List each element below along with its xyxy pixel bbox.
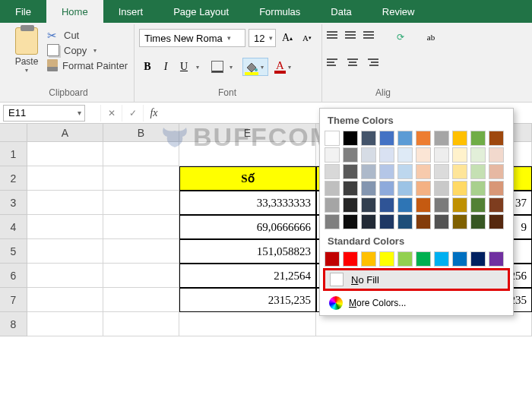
color-swatch[interactable] (489, 147, 504, 163)
color-swatch[interactable] (470, 251, 486, 267)
color-swatch[interactable] (379, 251, 394, 267)
color-swatch[interactable] (489, 131, 504, 146)
font-color-button[interactable]: A ▾ (273, 58, 295, 76)
row-header[interactable]: 1 (0, 142, 27, 166)
color-swatch[interactable] (397, 147, 413, 163)
enter-formula-button[interactable]: ✓ (122, 105, 143, 122)
color-swatch[interactable] (434, 251, 449, 267)
color-swatch[interactable] (361, 214, 376, 229)
fill-color-button[interactable]: ▾ (242, 58, 268, 76)
align-left-button[interactable] (327, 56, 342, 68)
font-name-combo[interactable]: Times New Roma ▾ (139, 29, 245, 47)
color-swatch[interactable] (343, 197, 358, 213)
color-swatch[interactable] (470, 164, 486, 179)
tab-insert[interactable]: Insert (103, 0, 159, 23)
orientation-button[interactable]: ⟳ (392, 29, 409, 46)
color-swatch[interactable] (452, 131, 467, 146)
color-swatch[interactable] (416, 197, 431, 213)
cell[interactable] (103, 215, 179, 239)
paste-button[interactable]: Paste ▾ (9, 24, 44, 74)
cell[interactable] (27, 264, 103, 288)
color-swatch[interactable] (325, 214, 340, 229)
bold-button[interactable]: B (139, 58, 156, 75)
tab-file[interactable]: File (0, 0, 46, 23)
color-swatch[interactable] (343, 251, 358, 267)
cell[interactable]: 2315,235 (179, 288, 316, 312)
color-swatch[interactable] (416, 251, 431, 267)
color-swatch[interactable] (379, 181, 394, 196)
cell[interactable] (27, 239, 103, 264)
row-header[interactable]: 4 (0, 215, 27, 239)
color-swatch[interactable] (489, 251, 504, 267)
cancel-formula-button[interactable]: ✕ (100, 105, 122, 122)
cut-button[interactable]: ✂ Cut (47, 29, 128, 41)
color-swatch[interactable] (470, 197, 486, 213)
color-swatch[interactable] (325, 251, 340, 267)
chevron-down-icon[interactable]: ▾ (194, 64, 201, 71)
cell[interactable] (27, 142, 103, 166)
color-swatch[interactable] (434, 197, 449, 213)
color-swatch[interactable] (416, 214, 431, 229)
underline-button[interactable]: U (176, 58, 192, 75)
tab-review[interactable]: Review (367, 0, 430, 23)
color-swatch[interactable] (434, 181, 449, 196)
color-swatch[interactable] (325, 197, 340, 213)
insert-function-button[interactable]: fx (143, 105, 164, 122)
color-swatch[interactable] (452, 251, 467, 267)
cell[interactable] (103, 288, 179, 312)
no-fill-button[interactable]: No Fill (323, 268, 510, 291)
cell[interactable] (103, 166, 179, 191)
cell[interactable]: 21,2564 (179, 264, 316, 288)
color-swatch[interactable] (470, 147, 486, 163)
cell[interactable] (27, 288, 103, 312)
color-swatch[interactable] (452, 181, 467, 196)
color-swatch[interactable] (361, 197, 376, 213)
cell[interactable] (27, 191, 103, 215)
color-swatch[interactable] (470, 131, 486, 146)
color-swatch[interactable] (489, 214, 504, 229)
cell[interactable] (103, 312, 179, 336)
color-swatch[interactable] (489, 164, 504, 179)
color-swatch[interactable] (325, 147, 340, 163)
align-middle-button[interactable] (345, 29, 360, 41)
color-swatch[interactable] (416, 164, 431, 179)
color-swatch[interactable] (343, 214, 358, 229)
color-swatch[interactable] (397, 181, 413, 196)
tab-page-layout[interactable]: Page Layout (158, 0, 244, 23)
row-header[interactable]: 6 (0, 264, 27, 288)
cell[interactable] (179, 142, 316, 166)
color-swatch[interactable] (397, 251, 413, 267)
align-top-button[interactable] (327, 29, 342, 41)
row-header[interactable]: 2 (0, 166, 27, 191)
color-swatch[interactable] (361, 147, 376, 163)
cell[interactable]: 69,0666666 (179, 215, 316, 239)
color-swatch[interactable] (379, 131, 394, 146)
cell[interactable] (103, 191, 179, 215)
italic-button[interactable]: I (157, 58, 174, 75)
color-swatch[interactable] (343, 131, 358, 146)
cell[interactable] (103, 239, 179, 264)
cell[interactable]: 151,058823 (179, 239, 316, 264)
color-swatch[interactable] (397, 214, 413, 229)
cell-header-so[interactable]: Số (179, 166, 316, 191)
cell[interactable] (179, 312, 316, 336)
cell[interactable]: 33,3333333 (179, 191, 316, 215)
align-right-button[interactable] (363, 56, 378, 68)
tab-data[interactable]: Data (315, 0, 366, 23)
color-swatch[interactable] (361, 251, 376, 267)
more-colors-button[interactable]: More Colors... (325, 292, 508, 314)
align-center-button[interactable] (345, 56, 360, 68)
color-swatch[interactable] (452, 197, 467, 213)
format-painter-button[interactable]: Format Painter (47, 59, 128, 71)
col-header-b[interactable]: B (103, 124, 179, 142)
color-swatch[interactable] (343, 164, 358, 179)
cell[interactable] (27, 166, 103, 191)
shrink-font-button[interactable]: A▾ (299, 30, 315, 46)
color-swatch[interactable] (470, 214, 486, 229)
color-swatch[interactable] (379, 214, 394, 229)
color-swatch[interactable] (452, 164, 467, 179)
color-swatch[interactable] (434, 131, 449, 146)
color-swatch[interactable] (397, 164, 413, 179)
color-swatch[interactable] (489, 197, 504, 213)
color-swatch[interactable] (325, 164, 340, 179)
